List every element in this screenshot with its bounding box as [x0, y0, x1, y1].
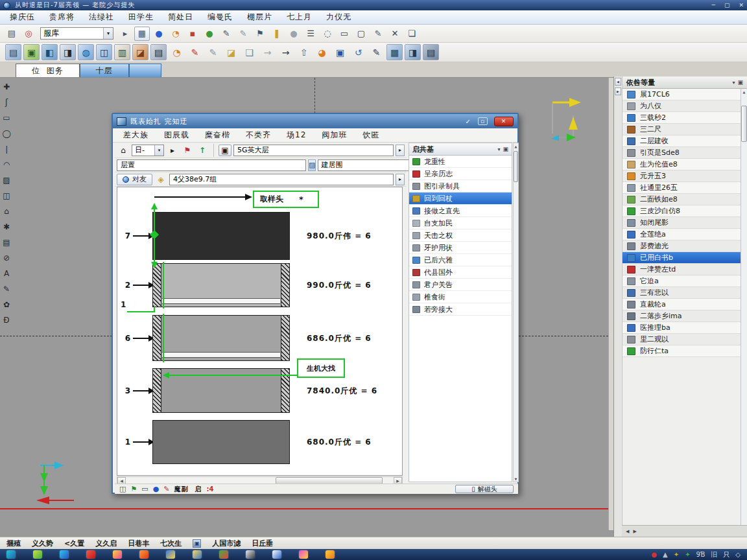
- orb-blue-icon[interactable]: ●: [153, 485, 160, 493]
- table-icon[interactable]: ☰: [303, 27, 318, 41]
- mode-toggle-button[interactable]: 对友: [117, 174, 152, 185]
- palette-item[interactable]: 展17CL6: [622, 89, 741, 100]
- clipboard-icon[interactable]: ❏: [404, 27, 420, 41]
- dock-right-icon[interactable]: ▶: [615, 88, 621, 95]
- palette-item[interactable]: 知闭尾影: [622, 217, 741, 229]
- trim-tool-icon[interactable]: ⊘: [1, 253, 12, 262]
- magnifier-icon[interactable]: ◌: [320, 27, 335, 41]
- status-toggle[interactable]: 日丘垂: [252, 539, 273, 548]
- taskbar-app-8[interactable]: [193, 550, 202, 559]
- taskbar-app-9[interactable]: [219, 550, 228, 559]
- dialog-menu-item[interactable]: 饮匿: [355, 128, 387, 142]
- rect-tool-icon[interactable]: ▭: [1, 113, 12, 122]
- taskbar-app-7[interactable]: [166, 550, 175, 559]
- rotate-icon[interactable]: ↺: [350, 44, 366, 60]
- level-slab[interactable]: [152, 420, 290, 464]
- level-slab[interactable]: [152, 263, 290, 307]
- command-list-item[interactable]: 天击之权: [409, 229, 512, 242]
- arrow-dark-icon[interactable]: →: [278, 44, 294, 60]
- restore-button[interactable]: ▫: [478, 117, 488, 125]
- map-icon[interactable]: ▣: [23, 44, 40, 60]
- arrow-gray-icon[interactable]: →: [259, 44, 276, 60]
- delete-icon[interactable]: ✕: [387, 27, 403, 41]
- menu-item[interactable]: 棚层片: [240, 10, 279, 24]
- page-icon[interactable]: ▥: [114, 44, 130, 60]
- level-row[interactable]: 1 680.0斤优 = 6: [117, 420, 402, 464]
- dialog-titlebar[interactable]: 既表始扎 完知迂 ✓ ▫ ✕: [113, 114, 517, 128]
- palette-item[interactable]: 瑟费迪光: [622, 240, 741, 252]
- frame-icon[interactable]: ▢: [353, 27, 369, 41]
- dialog-menu-item[interactable]: 场12: [279, 128, 314, 142]
- command-list-item[interactable]: 椎食街: [409, 291, 512, 303]
- taskbar-app-2[interactable]: [33, 550, 42, 559]
- menu-item[interactable]: 七上月: [279, 10, 319, 24]
- palette-item[interactable]: 引页是Sde8: [622, 147, 741, 159]
- dim-tool-icon[interactable]: Ð: [1, 315, 12, 325]
- command-list-item[interactable]: 呈亲历志: [409, 168, 512, 180]
- status-toggle[interactable]: 义久启: [95, 539, 117, 548]
- level-slab[interactable]: [152, 368, 290, 413]
- arrow-up-icon[interactable]: ⇧: [296, 44, 312, 60]
- pie-orange-icon[interactable]: ◔: [169, 44, 185, 60]
- panel-grid-icon[interactable]: ▣: [737, 79, 743, 86]
- grid-tray-icon[interactable]: ✦: [674, 552, 679, 558]
- screen-icon[interactable]: ◨: [405, 44, 421, 60]
- pin-check-icon[interactable]: ✓: [466, 118, 471, 125]
- crosshair-tool-icon[interactable]: ✚: [1, 82, 12, 91]
- pen-edit-icon[interactable]: ✎: [370, 27, 386, 41]
- palette-item[interactable]: 元升五3: [622, 170, 741, 182]
- taskbar-app-1[interactable]: [6, 550, 16, 559]
- menu-item[interactable]: 法绿社: [82, 10, 121, 24]
- scroll-up-icon[interactable]: ▲: [741, 89, 747, 95]
- brush-icon[interactable]: ◪: [132, 44, 148, 60]
- home-tool-icon[interactable]: ⌂: [1, 206, 12, 216]
- command-list-item[interactable]: 已后六雅: [409, 254, 512, 266]
- minimize-button[interactable]: ─: [712, 2, 715, 8]
- status-toggle[interactable]: 日巷丰: [128, 539, 149, 548]
- flower-tool-icon[interactable]: ✿: [1, 299, 12, 309]
- panel-icon[interactable]: ▭: [337, 27, 352, 41]
- command-list-item[interactable]: 接做之直先: [409, 205, 512, 217]
- menu-item[interactable]: 简处日: [161, 10, 200, 24]
- arc-tool-icon[interactable]: ◠: [1, 159, 12, 169]
- command-list-header[interactable]: 启共基 ▾ ▣: [409, 143, 512, 156]
- palette-item[interactable]: 二落歩乡ima: [622, 310, 741, 322]
- frame-icon[interactable]: ▣: [219, 145, 231, 156]
- network-tray-icon[interactable]: ✦: [685, 552, 690, 558]
- sign-pen-icon[interactable]: ✎: [368, 44, 385, 60]
- level-row[interactable]: 7 980.0斤伟 = 6: [117, 212, 402, 260]
- drawing-canvas[interactable]: ✚ʃ▭◯❘◠▨◫⌂✱▤⊘A✎✿Ð 既表始扎 完知迂 ✓ ▫ ✕ 差大族图辰载糜奋: [0, 78, 613, 530]
- palette-item[interactable]: 里二观以: [622, 334, 741, 345]
- db-icon[interactable]: ▤: [423, 44, 439, 60]
- palette-item[interactable]: 三有悲以: [622, 287, 741, 299]
- view-combo-input[interactable]: [318, 160, 418, 170]
- command-list-item[interactable]: 若旁接大: [409, 303, 512, 316]
- palette-item[interactable]: 医推理ba: [622, 322, 741, 334]
- chevron-down-icon[interactable]: ▾: [497, 146, 500, 152]
- level-row[interactable]: 2 990.0斤优 = 6: [117, 263, 402, 307]
- rect-select-icon[interactable]: ▭: [141, 485, 148, 493]
- level-row[interactable]: 6 686.0斤优 = 6: [117, 315, 402, 361]
- drawing-tab[interactable]: [129, 64, 161, 77]
- palette-item[interactable]: 它迫a: [622, 275, 741, 287]
- line-tool-icon[interactable]: ❘: [1, 144, 12, 154]
- taskbar-app-3[interactable]: [60, 550, 69, 559]
- search-field[interactable]: [233, 145, 394, 156]
- taskbar-app-12[interactable]: [299, 550, 308, 559]
- menu-item[interactable]: 操庆伍: [3, 10, 42, 24]
- status-toggle[interactable]: <久置: [64, 539, 84, 548]
- forward-icon[interactable]: ▸: [166, 145, 179, 156]
- palette-item[interactable]: 已用白书b: [622, 252, 741, 264]
- palette-item[interactable]: 直裁轮a: [622, 299, 741, 310]
- panel-scrollbar[interactable]: ▲: [741, 89, 747, 525]
- command-list-item[interactable]: 自支加民: [409, 217, 512, 229]
- taskbar-app-6[interactable]: [139, 550, 148, 559]
- menu-item[interactable]: 编曼氏: [200, 10, 240, 24]
- red-chip-icon[interactable]: ▪: [185, 27, 200, 41]
- dock-left-icon[interactable]: ◀: [615, 78, 621, 86]
- flag-green-icon[interactable]: ⚑: [130, 485, 137, 493]
- scroll-up-icon[interactable]: ▲: [514, 143, 518, 149]
- bucket-icon[interactable]: ◪: [223, 44, 239, 60]
- status-toggle[interactable]: 七次生: [160, 539, 182, 548]
- input-tray-icon[interactable]: 9Ɓ: [696, 552, 706, 558]
